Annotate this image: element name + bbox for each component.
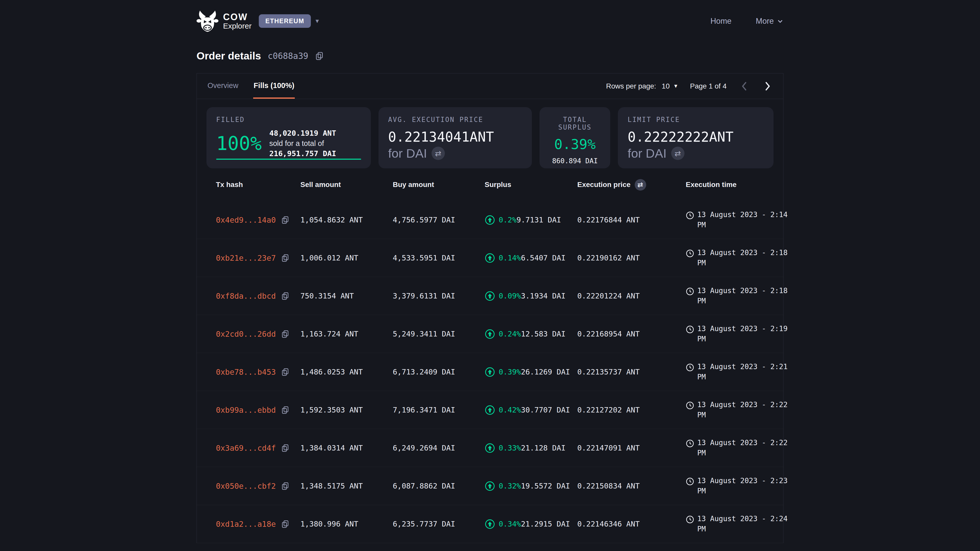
tx-hash-link[interactable]: 0x4ed9...14a0 (216, 216, 276, 224)
surplus-percent: 0.14% (499, 254, 521, 262)
copy-tx-hash-icon[interactable] (281, 254, 290, 262)
clock-icon (686, 515, 694, 524)
col-execution-price: Execution price ⇄ (577, 179, 686, 191)
execution-time: 13 August 2023 - 2:19 PM (697, 324, 792, 344)
execution-time: 13 August 2023 - 2:21 PM (697, 362, 792, 382)
surplus-up-icon (485, 215, 495, 225)
network-caret-down-icon[interactable]: ▼ (314, 18, 320, 24)
surplus-amount: 30.7707 DAI (521, 406, 570, 414)
total-surplus-label: TOTAL SURPLUS (545, 116, 605, 131)
execution-time-cell: 13 August 2023 - 2:23 PM (686, 476, 792, 496)
surplus-up-icon (485, 329, 495, 339)
surplus-percent: 0.42% (499, 406, 521, 414)
limit-price-unit: for DAI (628, 146, 667, 160)
surplus-cell: 0.42% 30.7707 DAI (485, 405, 577, 415)
surplus-up-icon (485, 291, 495, 301)
surplus-cell: 0.2% 9.7131 DAI (485, 215, 577, 225)
copy-tx-hash-icon[interactable] (281, 444, 290, 452)
buy-amount: 4,756.5977 DAI (393, 216, 485, 224)
execution-time: 13 August 2023 - 2:24 PM (697, 514, 792, 534)
sell-amount: 1,006.012 ANT (301, 254, 393, 262)
surplus-up-icon (485, 443, 495, 453)
filled-card: FILLED 100% 48,020.1919 ANT sold for a t… (207, 107, 371, 168)
tab-fills[interactable]: Fills (100%) (253, 73, 295, 99)
surplus-percent: 0.09% (499, 292, 521, 300)
surplus-cell: 0.34% 21.2915 DAI (485, 519, 577, 529)
rows-per-page-select[interactable]: 10 ▼ (662, 82, 678, 90)
page-shell: COW Explorer ETHEREUM ▼ Home More Order … (197, 0, 783, 543)
execution-price: 0.22176844 ANT (577, 216, 686, 224)
execution-price: 0.22201224 ANT (577, 292, 686, 300)
network-badge[interactable]: ETHEREUM (259, 14, 311, 28)
limit-price-label: LIMIT PRICE (628, 116, 764, 124)
order-panel: Overview Fills (100%) Rows per page: 10 … (197, 73, 783, 543)
execution-time-cell: 13 August 2023 - 2:22 PM (686, 400, 792, 420)
tx-hash-link[interactable]: 0xf8da...dbcd (216, 292, 276, 300)
copy-tx-hash-icon[interactable] (281, 330, 290, 338)
copy-order-id-icon[interactable] (315, 51, 324, 60)
surplus-percent: 0.2% (499, 216, 517, 224)
table-row: 0xf8da...dbcd 750.3154 ANT 3,379.6131 DA… (197, 277, 783, 315)
total-surplus-amount: 860.894 DAI (545, 157, 605, 165)
col-tx-hash: Tx hash (216, 181, 301, 189)
tab-overview[interactable]: Overview (207, 73, 239, 99)
tx-hash-link[interactable]: 0x3a69...cd4f (216, 444, 276, 453)
filled-sold-total: 216,951.757 DAI (269, 149, 336, 158)
execution-price: 0.22135737 ANT (577, 368, 686, 376)
filled-percent: 100% (216, 132, 262, 154)
copy-tx-hash-icon[interactable] (281, 406, 290, 414)
surplus-amount: 3.1934 DAI (521, 292, 566, 300)
tx-hash-link[interactable]: 0xbe78...b453 (216, 368, 276, 376)
table-row: 0xd1a2...a18e 1,380.996 ANT 6,235.7737 D… (197, 505, 783, 543)
surplus-percent: 0.32% (499, 482, 521, 490)
execution-time-cell: 13 August 2023 - 2:21 PM (686, 362, 792, 382)
top-header: COW Explorer ETHEREUM ▼ Home More (197, 0, 783, 42)
tx-hash-link[interactable]: 0xd1a2...a18e (216, 519, 276, 529)
surplus-amount: 19.5572 DAI (521, 482, 570, 490)
execution-price: 0.22146346 ANT (577, 519, 686, 528)
swap-price-unit-icon[interactable]: ⇄ (635, 179, 646, 191)
rows-per-page-value: 10 (662, 82, 670, 90)
total-surplus-card: TOTAL SURPLUS 0.39% 860.894 DAI (539, 107, 610, 168)
surplus-amount: 26.1269 DAI (521, 368, 570, 376)
clock-icon (686, 477, 694, 486)
prev-page-button[interactable] (738, 80, 750, 92)
stat-cards: FILLED 100% 48,020.1919 ANT sold for a t… (197, 99, 783, 168)
clock-icon (686, 439, 694, 448)
copy-tx-hash-icon[interactable] (281, 292, 290, 300)
swap-currency-icon[interactable]: ⇄ (671, 147, 684, 160)
nav-home-link[interactable]: Home (711, 17, 732, 26)
rows-per-page: Rows per page: 10 ▼ (606, 82, 678, 90)
table-row: 0x4ed9...14a0 1,054.8632 ANT 4,756.5977 … (197, 201, 783, 239)
swap-currency-icon[interactable]: ⇄ (431, 147, 445, 160)
execution-time: 13 August 2023 - 2:14 PM (697, 210, 792, 230)
clock-icon (686, 363, 694, 372)
table-row: 0x2cd0...26dd 1,163.724 ANT 5,249.3411 D… (197, 315, 783, 353)
surplus-cell: 0.09% 3.1934 DAI (485, 291, 577, 301)
tx-hash-link[interactable]: 0x2cd0...26dd (216, 330, 276, 338)
avg-execution-price-unit: for DAI (388, 146, 427, 160)
avg-execution-price-value: 0.22134041ANT (388, 129, 522, 144)
col-surplus: Surplus (485, 181, 577, 189)
next-page-button[interactable] (762, 80, 773, 92)
copy-tx-hash-icon[interactable] (281, 482, 290, 490)
nav-more-link[interactable]: More (756, 17, 783, 26)
tx-hash-link[interactable]: 0xb21e...23e7 (216, 254, 276, 262)
table-body: 0x4ed9...14a0 1,054.8632 ANT 4,756.5977 … (197, 201, 783, 543)
surplus-cell: 0.32% 19.5572 DAI (485, 481, 577, 491)
table-row: 0x050e...cbf2 1,348.5175 ANT 6,087.8862 … (197, 467, 783, 505)
surplus-percent: 0.33% (499, 444, 521, 452)
table-row: 0xb99a...ebbd 1,592.3503 ANT 7,196.3471 … (197, 391, 783, 429)
copy-tx-hash-icon[interactable] (281, 519, 290, 528)
avg-execution-price-card: AVG. EXECUTION PRICE 0.22134041ANT for D… (379, 107, 532, 168)
copy-tx-hash-icon[interactable] (281, 216, 290, 224)
surplus-cell: 0.24% 12.583 DAI (485, 329, 577, 339)
buy-amount: 6,235.7737 DAI (393, 519, 485, 528)
table-row: 0x3a69...cd4f 1,384.0314 ANT 6,249.2694 … (197, 429, 783, 467)
tx-hash-link[interactable]: 0x050e...cbf2 (216, 482, 276, 491)
copy-tx-hash-icon[interactable] (281, 368, 290, 376)
logo[interactable]: COW Explorer (197, 10, 251, 32)
execution-price: 0.22150834 ANT (577, 482, 686, 490)
logo-text: COW Explorer (223, 12, 251, 30)
tx-hash-link[interactable]: 0xb99a...ebbd (216, 406, 276, 414)
